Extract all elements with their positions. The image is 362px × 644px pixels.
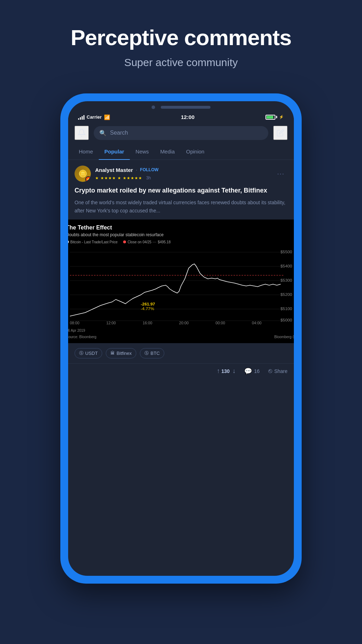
- notch-dot: [152, 105, 155, 109]
- tab-opinion[interactable]: Opinion: [180, 144, 210, 159]
- page-title: Perceptive comments: [71, 25, 291, 50]
- legend-close-label: Close on 04/25 ····: [127, 240, 156, 244]
- downvote-button[interactable]: ↓: [232, 367, 236, 375]
- tab-media[interactable]: Media: [154, 144, 180, 159]
- phone-screen: Carrier 📶 12:00 ⚡: [68, 101, 294, 576]
- status-time: 12:00: [181, 114, 194, 120]
- tab-popular[interactable]: Popular: [99, 144, 130, 159]
- status-right: ⚡: [265, 115, 284, 120]
- share-icon: ⎋: [268, 367, 272, 375]
- legend-dot-bitcoin: [68, 240, 69, 243]
- tab-home[interactable]: Home: [73, 144, 99, 159]
- legend-dot-close: [123, 240, 126, 243]
- comments-button[interactable]: 💬 16: [244, 367, 260, 375]
- bell-button[interactable]: [75, 126, 89, 140]
- upvote-button[interactable]: ↑ 130: [217, 367, 230, 375]
- search-input-placeholder: Search: [110, 130, 128, 136]
- legend-close-value: $495.18: [158, 240, 171, 244]
- follow-button[interactable]: FOLLOW: [140, 167, 159, 172]
- svg-text:00:00: 00:00: [215, 321, 225, 325]
- tags-row: Ⓢ USDT 🏛 Bitfinex Ⓢ BTC: [68, 343, 294, 363]
- chart-footer: 26 Apr 2019: [68, 329, 294, 332]
- status-left: Carrier 📶: [78, 114, 110, 120]
- battery-body: [265, 115, 275, 120]
- svg-text:$5100: $5100: [280, 307, 292, 311]
- separator: ·: [136, 167, 137, 173]
- post-excerpt: One of the world's most widely traded vi…: [75, 199, 287, 215]
- nav-tabs: Home Popular News Media Opinion: [68, 144, 294, 160]
- chart-source-left: Source: Bloomberg: [68, 335, 97, 339]
- price-chart: $5500 $5400 $5300 $5200 $5100 $5000: [68, 247, 294, 325]
- svg-text:-4.77%: -4.77%: [141, 307, 154, 311]
- comments-icon: 💬: [244, 367, 252, 375]
- phone-notch: [68, 101, 294, 112]
- author-rating: ★ ★★★★ ★ ★★★★★: [95, 176, 142, 180]
- carrier-label: Carrier: [87, 114, 102, 120]
- phone-mockup: Carrier 📶 12:00 ⚡: [60, 93, 302, 584]
- svg-text:20:00: 20:00: [179, 321, 189, 325]
- bitfinex-label: Bitfinex: [116, 351, 132, 356]
- author-name-row: Analyst Master · FOLLOW: [95, 167, 274, 173]
- chart-source-row: Source: Bloomberg Bloomberg ⓑ: [68, 335, 294, 340]
- more-options-button[interactable]: ···: [274, 169, 287, 179]
- svg-text:$5500: $5500: [280, 250, 292, 254]
- author-info: Analyst Master · FOLLOW ★ ★★★★ ★ ★★★★★ 3…: [95, 167, 274, 181]
- usdt-icon: Ⓢ: [79, 350, 83, 356]
- chart-source-right: Bloomberg ⓑ: [274, 335, 294, 340]
- signal-icon: [78, 115, 84, 120]
- usdt-label: USDT: [85, 351, 98, 356]
- signal-bar-1: [78, 118, 79, 120]
- btc-label: BTC: [150, 351, 160, 356]
- post-title: Crypto market roiled by new allegations …: [75, 186, 287, 195]
- chart-date: 26 Apr 2019: [68, 329, 85, 332]
- post-author-row: 🪙 ⭐ Analyst Master · FOLLOW ★ ★★★★ ★ ★★★…: [75, 166, 287, 182]
- page-subtitle: Super active community: [71, 56, 291, 69]
- chart-subtitle: Doubts about the most popular stablecoin…: [68, 232, 294, 237]
- svg-text:$5300: $5300: [280, 278, 292, 282]
- share-button[interactable]: ⎋ Share: [268, 367, 287, 375]
- author-time: 3h: [146, 175, 151, 180]
- tag-usdt[interactable]: Ⓢ USDT: [75, 348, 102, 358]
- wifi-icon: 📶: [104, 114, 110, 120]
- author-name: Analyst Master: [95, 167, 133, 173]
- app-header: 🔍 Search: [68, 122, 294, 144]
- signal-bar-2: [80, 117, 81, 120]
- battery-fill: [267, 116, 273, 119]
- battery-tip: [276, 116, 277, 118]
- status-bar: Carrier 📶 12:00 ⚡: [68, 112, 294, 122]
- upvote-icon: ↑: [217, 367, 220, 375]
- svg-text:$5200: $5200: [280, 292, 292, 297]
- share-label: Share: [274, 368, 287, 374]
- bolt-icon: ⚡: [279, 115, 284, 119]
- upvote-count: 130: [221, 368, 230, 374]
- chart-legend: Bitcoin - Last Trade/Last Price Close on…: [68, 240, 294, 244]
- legend-bitcoin: Bitcoin - Last Trade/Last Price: [68, 240, 117, 244]
- action-bar: ↑ 130 ↓ 💬 16 ⎋ Share: [68, 363, 294, 381]
- author-meta: ★ ★★★★ ★ ★★★★★ 3h: [95, 174, 274, 181]
- edit-button[interactable]: [273, 126, 287, 140]
- avatar-badge: ⭐: [85, 176, 91, 182]
- svg-text:12:00: 12:00: [106, 321, 116, 325]
- svg-text:16:00: 16:00: [143, 321, 152, 325]
- page-header: Perceptive comments Super active communi…: [64, 0, 298, 83]
- chart-title: The Tether Effect: [68, 224, 294, 231]
- avatar: 🪙 ⭐: [75, 166, 91, 182]
- vote-group: ↑ 130 ↓: [217, 367, 236, 375]
- edit-icon: [276, 129, 284, 137]
- btc-icon: Ⓢ: [144, 350, 149, 356]
- signal-bar-4: [83, 115, 84, 120]
- tag-btc[interactable]: Ⓢ BTC: [140, 348, 164, 358]
- search-bar[interactable]: 🔍 Search: [94, 126, 268, 140]
- legend-bitcoin-label: Bitcoin - Last Trade/Last Price: [70, 240, 117, 244]
- svg-text:08:00: 08:00: [70, 321, 79, 325]
- comments-count: 16: [254, 368, 260, 374]
- tag-bitfinex[interactable]: 🏛 Bitfinex: [106, 348, 136, 358]
- notch-bar: [161, 106, 210, 109]
- battery-icon: [265, 115, 277, 120]
- svg-text:-261.97: -261.97: [141, 302, 155, 306]
- legend-close: Close on 04/25 ···· $495.18: [123, 240, 170, 244]
- bitfinex-icon: 🏛: [110, 351, 115, 356]
- bell-icon: [77, 129, 86, 137]
- tab-news[interactable]: News: [130, 144, 155, 159]
- svg-text:$5400: $5400: [280, 264, 292, 268]
